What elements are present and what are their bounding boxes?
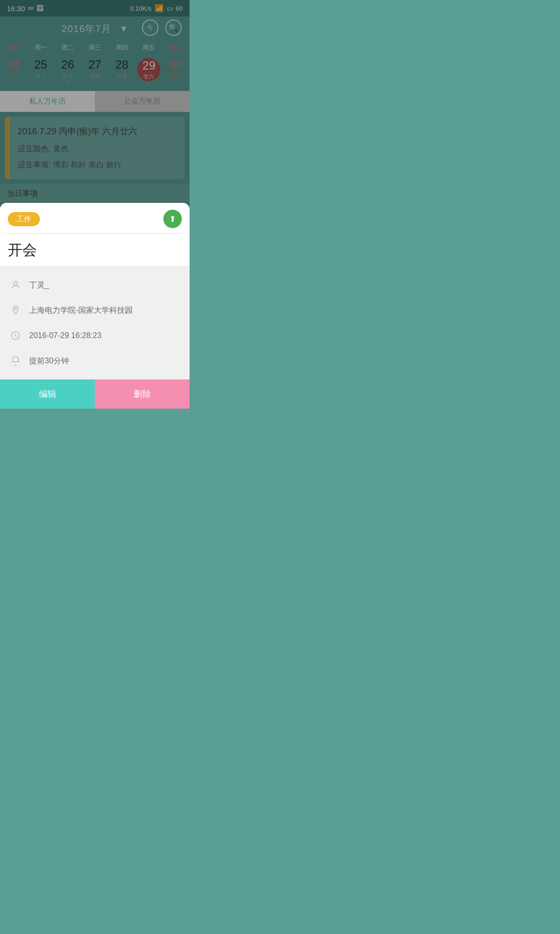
delete-button[interactable]: 删除 [95,379,190,409]
share-icon: ⬆ [169,214,176,224]
bell-icon [9,354,22,368]
person-icon [9,278,22,292]
modal-row-location: 上海电力学院-国家大学科技园 [0,298,190,323]
category-badge: 工作 [8,212,40,226]
modal-row-person: 丁灵_ [0,272,190,298]
time-text: 2016-07-29 16:28:23 [29,331,102,340]
modal-top-bar: 工作 ⬆ [0,203,190,233]
modal-body: 丁灵_ 上海电力学院-国家大学科技园 2016-07-29 16:28:23 [0,267,190,379]
edit-button[interactable]: 编辑 [0,379,95,409]
location-icon [9,304,22,317]
modal-row-time: 2016-07-29 16:28:23 [0,323,190,348]
modal-actions: 编辑 删除 [0,379,190,409]
svg-point-1 [15,308,17,310]
share-button[interactable]: ⬆ [163,210,182,228]
event-detail-modal: 工作 ⬆ 开会 丁灵_ 上海电力学院- [0,203,190,409]
location-text: 上海电力学院-国家大学科技园 [29,305,133,316]
modal-row-reminder: 提前30分钟 [0,348,190,374]
reminder-text: 提前30分钟 [29,356,69,366]
clock-icon [9,329,22,342]
svg-point-0 [14,282,17,285]
modal-title: 开会 [0,234,190,266]
person-text: 丁灵_ [29,280,49,290]
